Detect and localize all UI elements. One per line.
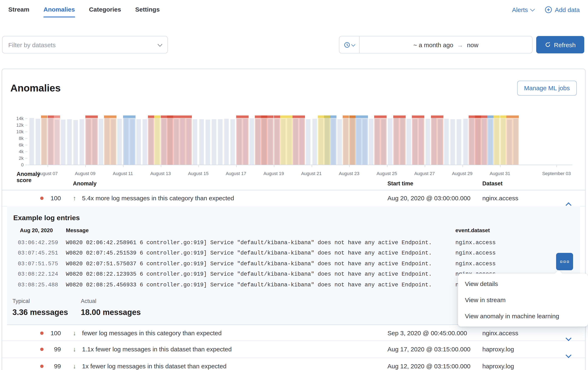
anomaly-severity-overlay	[431, 115, 437, 165]
chevron-down-icon	[530, 7, 535, 11]
histogram-bar	[223, 115, 230, 165]
typical-label: Typical	[12, 298, 30, 304]
anomaly-severity-overlay	[293, 115, 299, 165]
bar	[29, 118, 34, 165]
x-axis-tick	[425, 165, 425, 167]
histogram-bar	[425, 115, 431, 165]
y-axis-tick-label: 12k	[2, 122, 24, 128]
anomaly-severity-overlay	[91, 115, 98, 165]
bar	[224, 119, 229, 165]
clock-icon	[344, 42, 350, 48]
tab-categories[interactable]: Categories	[89, 0, 121, 19]
anomaly-bar	[324, 115, 330, 165]
y-axis-tick	[25, 158, 27, 159]
tab-settings[interactable]: Settings	[135, 0, 160, 19]
actual-label: Actual	[81, 298, 96, 304]
actual-value: 18.00 messages	[81, 308, 141, 317]
anomaly-histogram-plot[interactable]	[28, 115, 572, 165]
log-time: 03:07:45.251	[18, 248, 58, 258]
anomaly-severity-overlay	[154, 115, 161, 165]
bar	[193, 120, 198, 165]
alerts-menu-button[interactable]: Alerts	[512, 6, 534, 13]
boxes-horizontal-icon	[564, 260, 566, 263]
anomaly-bar	[468, 115, 475, 165]
bar	[67, 120, 72, 165]
anomaly-bar	[418, 115, 425, 165]
dataset-value: nginx.access	[482, 326, 518, 341]
anomaly-bar	[475, 115, 481, 165]
bar	[425, 119, 430, 165]
histogram-bar	[450, 115, 456, 165]
time-range-start[interactable]: ~ a month ago	[413, 41, 453, 48]
anomaly-score: 100	[44, 190, 61, 206]
histogram-bar	[336, 115, 343, 165]
x-axis-tick-label: September 03	[530, 171, 583, 176]
anomaly-score: 100	[44, 326, 61, 341]
bar	[407, 119, 411, 165]
x-axis-tick	[311, 165, 312, 167]
time-range-display[interactable]: ~ a month ago → now	[360, 36, 532, 53]
anomaly-severity-overlay	[274, 115, 280, 165]
table-row[interactable]: 100 ↓ fewer log messages in this categor…	[2, 326, 585, 341]
anomaly-severity-overlay	[513, 115, 519, 165]
x-axis-tick	[47, 165, 48, 167]
manage-ml-jobs-button[interactable]: Manage ML jobs	[517, 81, 577, 96]
date-picker: ~ a month ago → now	[339, 36, 533, 53]
anomaly-bar	[506, 115, 512, 165]
table-row[interactable]: 99 ↓ 1x fewer log messages in this datas…	[2, 358, 585, 370]
refresh-label: Refresh	[554, 41, 576, 48]
log-dataset-column: event.dataset	[455, 227, 490, 233]
bar	[36, 119, 40, 165]
anomaly-severity-overlay	[343, 115, 349, 165]
column-anomaly: Anomaly	[73, 180, 96, 187]
anomaly-bar	[167, 115, 173, 165]
time-range-end[interactable]: now	[467, 41, 478, 48]
log-message: W0820 02:07:45.251539 6 controller.go:91…	[66, 248, 432, 258]
anomaly-severity-overlay	[104, 115, 110, 165]
histogram-bar	[456, 115, 462, 165]
histogram-bar	[136, 115, 142, 165]
anomaly-severity-overlay	[54, 115, 60, 165]
histogram-bar	[387, 115, 393, 165]
start-time: Aug 12, 2020 @ 03:15:00.000	[388, 358, 471, 370]
bar	[312, 119, 317, 165]
bar	[73, 120, 78, 165]
table-row[interactable]: 100 ↑ 5.4x more log messages in this cat…	[2, 190, 585, 207]
anomaly-severity-overlay	[173, 115, 179, 165]
histogram-bar	[29, 115, 35, 165]
log-message: W0820 02:08:22.123935 6 controller.go:91…	[66, 269, 432, 279]
anomaly-bar	[274, 115, 280, 165]
add-data-button[interactable]: Add data	[545, 6, 580, 13]
menu-item-view-in-stream[interactable]: View in stream	[458, 292, 588, 308]
menu-item-view-anomaly-in-ml[interactable]: View anomaly in machine learning	[458, 308, 588, 324]
chevron-down-icon	[566, 335, 571, 341]
bar	[212, 119, 216, 165]
x-axis-tick	[123, 165, 123, 167]
expand-row-button[interactable]	[567, 363, 571, 370]
x-axis-tick	[387, 165, 387, 167]
anomaly-bar	[242, 115, 248, 165]
dataset-filter-select[interactable]: Filter by datasets	[2, 36, 168, 53]
anomaly-severity-overlay	[267, 115, 274, 165]
anomaly-severity-overlay	[85, 115, 91, 165]
arrow-up-icon: ↑	[73, 190, 76, 206]
header-actions: Alerts Add data	[512, 6, 580, 13]
row-actions-button[interactable]	[556, 253, 573, 270]
table-row[interactable]: 99 ↓ 1.1x fewer log messages in this dat…	[2, 341, 585, 358]
example-log-entries-title: Example log entries	[13, 214, 80, 222]
bar	[451, 119, 455, 165]
arrow-down-icon: ↓	[73, 341, 76, 358]
x-axis-tick	[236, 165, 236, 167]
bar	[205, 120, 210, 165]
anomaly-bar	[261, 115, 267, 165]
tab-anomalies[interactable]: Anomalies	[43, 0, 75, 19]
anomaly-bar	[393, 115, 399, 165]
refresh-button[interactable]: Refresh	[536, 36, 584, 53]
tab-stream[interactable]: Stream	[8, 0, 29, 19]
anomaly-bar	[104, 115, 110, 165]
menu-item-view-details[interactable]: View details	[458, 276, 588, 292]
anomaly-bar	[186, 115, 192, 165]
anomaly-bar	[318, 115, 324, 165]
x-axis-tick	[274, 165, 274, 167]
quick-select-time-button[interactable]	[339, 36, 360, 53]
